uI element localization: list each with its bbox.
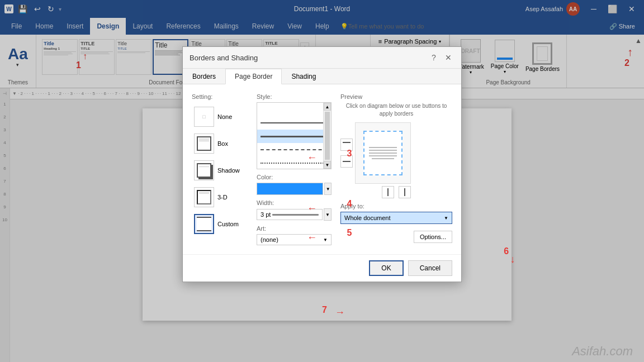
annotation-4-arrow: ← bbox=[307, 203, 317, 215]
apply-to-row: Apply to: Whole document ▼ Options... bbox=[340, 203, 452, 224]
ok-button[interactable]: OK bbox=[369, 260, 403, 276]
art-value: (none) bbox=[261, 236, 278, 243]
style-label: Style: bbox=[257, 93, 332, 100]
setting-none[interactable]: □ None bbox=[192, 104, 248, 129]
setting-none-icon: □ bbox=[194, 107, 214, 127]
setting-shadow[interactable]: Shadow bbox=[192, 158, 248, 183]
dialog-help-btn[interactable]: ? bbox=[428, 51, 440, 64]
style-item-solid[interactable] bbox=[257, 116, 331, 130]
annotation-7-arrow: → bbox=[335, 307, 345, 318]
style-item-none[interactable] bbox=[257, 103, 331, 116]
setting-label: Setting: bbox=[192, 93, 248, 100]
style-item-dotted[interactable] bbox=[257, 156, 331, 169]
preview-left-border-btn[interactable] bbox=[382, 186, 394, 198]
setting-box[interactable]: Box bbox=[192, 131, 248, 156]
setting-3d-icon bbox=[194, 187, 214, 207]
dialog-controls: ? ✕ bbox=[428, 51, 454, 64]
setting-none-label: None bbox=[217, 113, 232, 120]
color-swatch[interactable] bbox=[257, 183, 323, 195]
width-select: 3 pt ▼ bbox=[257, 208, 332, 221]
preview-right-border-btn[interactable] bbox=[399, 186, 411, 198]
annotation-3-arrow: ← bbox=[307, 152, 317, 164]
annotation-6-arrow: ↓ bbox=[510, 254, 515, 265]
dialog-close-btn[interactable]: ✕ bbox=[442, 51, 454, 64]
style-list-scrollbar[interactable]: ▲ ▼ bbox=[323, 103, 331, 169]
art-dropdown[interactable]: (none) ▼ bbox=[257, 234, 332, 245]
setting-shadow-icon bbox=[194, 160, 214, 180]
scroll-down-btn[interactable]: ▼ bbox=[324, 161, 331, 169]
setting-options: □ None Box bbox=[192, 104, 248, 236]
color-label: Color: bbox=[257, 174, 332, 180]
cancel-button[interactable]: Cancel bbox=[408, 260, 452, 276]
preview-column: Preview Click on diagram below or use bu… bbox=[340, 93, 452, 245]
preview-hint: Click on diagram below or use buttons to… bbox=[340, 102, 452, 118]
setting-custom[interactable]: Custom bbox=[192, 212, 248, 236]
annotation-5-label: 5 bbox=[347, 228, 352, 238]
color-dropdown-arrow[interactable]: ▼ bbox=[324, 183, 332, 195]
borders-shading-dialog: Borders and Shading ? ✕ Borders Page Bor… bbox=[182, 46, 462, 282]
width-dropdown-arrow[interactable]: ▼ bbox=[324, 208, 332, 221]
dialog-tabs: Borders Page Border Shading bbox=[183, 69, 461, 84]
style-list[interactable]: ▲ ▼ bbox=[257, 102, 332, 169]
tab-shading[interactable]: Shading bbox=[282, 69, 325, 84]
scroll-thumb[interactable] bbox=[325, 112, 330, 160]
tab-borders[interactable]: Borders bbox=[183, 69, 225, 84]
apply-to-value: Whole document bbox=[344, 215, 391, 221]
annotation-4-label: 4 bbox=[347, 199, 352, 209]
setting-custom-icon bbox=[194, 214, 214, 234]
options-button[interactable]: Options... bbox=[414, 231, 452, 243]
annotation-5-arrow: ← bbox=[307, 232, 317, 244]
preview-box bbox=[355, 122, 411, 184]
annotation-6-label: 6 bbox=[504, 246, 509, 256]
setting-3d-label: 3-D bbox=[217, 194, 228, 201]
apply-to-dropdown[interactable]: Whole document ▼ bbox=[340, 212, 452, 224]
style-column: Style: bbox=[257, 93, 332, 245]
dialog-footer: OK Cancel bbox=[183, 254, 461, 282]
tab-page-border[interactable]: Page Border bbox=[225, 69, 282, 84]
setting-shadow-label: Shadow bbox=[217, 167, 240, 174]
color-row: Color: ▼ bbox=[257, 174, 332, 195]
setting-custom-label: Custom bbox=[217, 221, 239, 227]
art-label: Art: bbox=[257, 225, 332, 232]
dialog-title: Borders and Shading bbox=[190, 54, 258, 62]
width-label: Width: bbox=[257, 199, 332, 206]
dialog-header: Borders and Shading ? ✕ bbox=[183, 47, 461, 69]
annotation-7-label: 7 bbox=[322, 305, 327, 315]
width-row: Width: 3 pt ▼ bbox=[257, 199, 332, 221]
modal-overlay: Borders and Shading ? ✕ Borders Page Bor… bbox=[0, 0, 644, 362]
style-item-thick-solid[interactable] bbox=[257, 130, 331, 143]
scroll-up-btn[interactable]: ▲ bbox=[324, 103, 331, 111]
setting-column: Setting: □ None bbox=[192, 93, 248, 245]
preview-area bbox=[340, 122, 452, 184]
preview-label: Preview bbox=[340, 93, 452, 100]
setting-3d[interactable]: 3-D bbox=[192, 185, 248, 209]
dialog-body: Setting: □ None bbox=[183, 84, 461, 254]
width-value: 3 pt bbox=[261, 211, 271, 218]
preview-bottom-btns bbox=[340, 186, 452, 198]
apply-to-label: Apply to: bbox=[340, 203, 452, 209]
annotation-3-label: 3 bbox=[347, 149, 352, 159]
art-row: Art: (none) ▼ bbox=[257, 225, 332, 245]
preview-document bbox=[363, 131, 402, 175]
setting-box-icon bbox=[194, 134, 214, 154]
setting-box-label: Box bbox=[217, 140, 228, 147]
style-item-dashed[interactable] bbox=[257, 143, 331, 156]
